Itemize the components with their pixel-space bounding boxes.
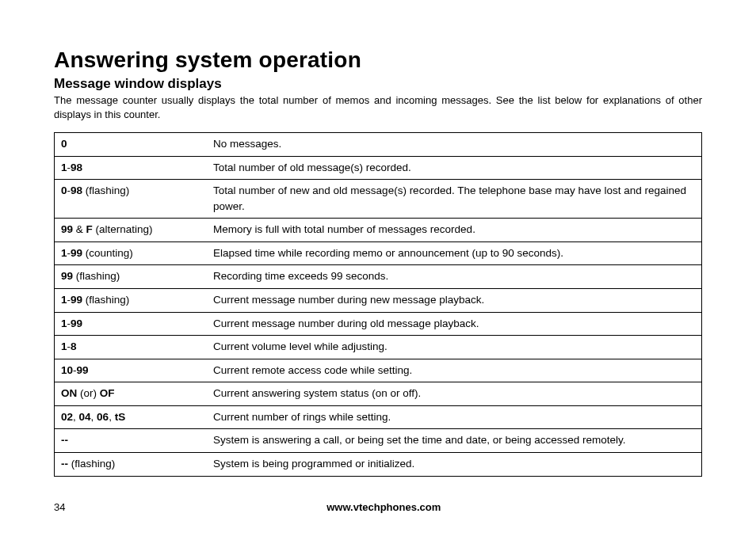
display-desc-cell: System is being programmed or initialize… [207,452,702,476]
display-desc-cell: Current message number during new messag… [207,289,702,313]
display-desc-cell: Current number of rings while setting. [207,405,702,429]
display-desc-cell: Current answering system status (on or o… [207,382,702,406]
display-code-cell: 0 [55,133,208,157]
display-desc-cell: Total number of old message(s) recorded. [207,156,702,180]
table-row: 0No messages. [55,133,702,157]
display-code-cell: 1-99 [55,312,208,336]
page-title: Answering system operation [54,48,702,73]
display-desc-cell: No messages. [207,133,702,157]
table-row: -- (flashing)System is being programmed … [55,452,702,476]
table-row: --System is answering a call, or being s… [55,429,702,453]
table-row: 1-99 (flashing)Current message number du… [55,289,702,313]
display-desc-cell: Memory is full with total number of mess… [207,219,702,242]
display-desc-cell: System is answering a call, or being set… [207,429,702,453]
page-footer: 34 www.vtechphones.com [54,501,702,513]
table-row: 1-98Total number of old message(s) recor… [55,156,702,180]
table-row: ON (or) OFCurrent answering system statu… [55,382,702,406]
display-code-cell: 1-98 [55,156,208,180]
table-row: 02, 04, 06, tSCurrent number of rings wh… [55,405,702,429]
footer-site: www.vtechphones.com [54,501,702,513]
display-code-cell: -- [55,429,208,453]
table-row: 1-99 (counting)Elapsed time while record… [55,241,702,265]
display-code-cell: 99 & F (alternating) [55,219,208,242]
display-desc-cell: Recording time exceeds 99 seconds. [207,265,702,289]
display-codes-table: 0No messages.1-98Total number of old mes… [54,132,702,476]
intro-paragraph: The message counter usually displays the… [54,93,702,121]
page-number: 34 [54,501,65,513]
table-row: 99 & F (alternating)Memory is full with … [55,219,702,242]
table-row: 10-99Current remote access code while se… [55,359,702,382]
table-row: 99 (flashing)Recording time exceeds 99 s… [55,265,702,289]
table-row: 1-99Current message number during old me… [55,312,702,336]
display-code-cell: 02, 04, 06, tS [55,405,208,429]
display-code-cell: ON (or) OF [55,382,208,406]
display-desc-cell: Current volume level while adjusting. [207,336,702,359]
display-code-cell: 1-99 (flashing) [55,289,208,313]
display-code-cell: 0-98 (flashing) [55,180,208,219]
display-desc-cell: Elapsed time while recording memo or ann… [207,241,702,265]
display-desc-cell: Current message number during old messag… [207,312,702,336]
display-desc-cell: Current remote access code while setting… [207,359,702,382]
section-subtitle: Message window displays [54,76,702,92]
table-row: 0-98 (flashing)Total number of new and o… [55,180,702,219]
document-page: Answering system operation Message windo… [0,0,756,540]
display-code-cell: 1-8 [55,336,208,359]
display-code-cell: 99 (flashing) [55,265,208,289]
display-code-cell: -- (flashing) [55,452,208,476]
display-code-cell: 1-99 (counting) [55,241,208,265]
display-code-cell: 10-99 [55,359,208,382]
display-desc-cell: Total number of new and old message(s) r… [207,180,702,219]
table-row: 1-8Current volume level while adjusting. [55,336,702,359]
